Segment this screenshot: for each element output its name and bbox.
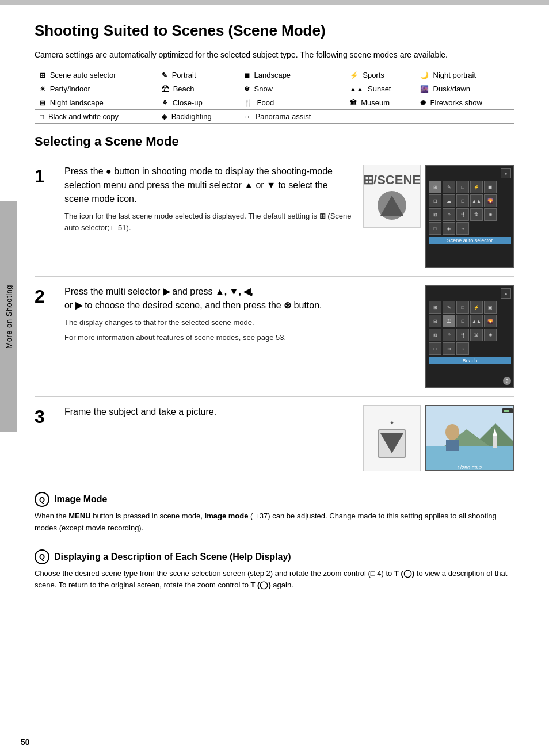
cell-label: Night portrait [433, 71, 476, 79]
menu-cell: ⊞ [429, 301, 441, 314]
step-1-menu-label: Scene auto selector [429, 237, 511, 244]
table-cell: 🌆 Dusk/dawn [415, 82, 514, 96]
menu-cell: ⛱ [443, 315, 455, 327]
landscape-icon: ◼ [244, 71, 250, 79]
menu-cell: ✎ [443, 181, 455, 193]
note-1-body: When the MENU button is pressed in scene… [35, 510, 514, 534]
page-title: Shooting Suited to Scenes (Scene Mode) [35, 22, 514, 40]
header-bar [0, 0, 549, 5]
up-arrow-icon [380, 196, 403, 216]
menu-row-4b: □ ⊛ ↔ [429, 342, 511, 355]
step-1-arrow-image: ⊞/SCENE [363, 165, 421, 228]
step-1-number: 1 [35, 165, 55, 268]
menu-cell: ▲▲ [470, 194, 483, 207]
note-1-icon: Q [35, 492, 49, 507]
step-1-camera-menu: ● ⊞ ✎ □ ⚡ ▣ ⊟ ☁ ⊡ ▲▲ 🌄 [425, 165, 514, 268]
step-2-note1: The display changes to that for the sele… [64, 317, 416, 329]
step-2-title: Press the multi selector ▶ and press ▲, … [64, 285, 416, 312]
cell-label: Snow [254, 85, 273, 93]
menu-cell: ◈ [443, 222, 455, 235]
table-cell: ✺ Fireworks show [415, 96, 514, 110]
night-landscape-icon: ⊟ [40, 99, 45, 107]
table-cell: 🏛 Museum [345, 96, 415, 110]
table-cell: ✳ Party/indoor [35, 82, 157, 96]
menu-cell: 🌄 [484, 194, 497, 207]
beach-icon: ⛱ [162, 85, 169, 93]
cell-label: Portrait [172, 71, 196, 79]
menu-cell: □ [456, 301, 469, 314]
menu-cell: ⊠ [429, 208, 441, 221]
table-cell [345, 110, 415, 124]
table-row: ✳ Party/indoor ⛱ Beach ❄ Snow ▲▲ Sunset … [35, 82, 514, 96]
menu-cell: ⚘ [443, 329, 455, 341]
cell-label: Beach [173, 85, 195, 93]
portrait-icon: ✎ [162, 71, 167, 79]
cell-label: Black and white copy [48, 112, 119, 121]
step-1-note: The icon for the last scene mode selecte… [64, 211, 354, 233]
step-3-container: 3 Frame the subject and take a picture. … [35, 396, 514, 479]
table-row: ⊞ Scene auto selector ✎ Portrait ◼ Lands… [35, 68, 514, 82]
note-2-section: Q Displaying a Description of Each Scene… [35, 544, 514, 592]
step-1-images: ⊞/SCENE ● ⊞ ✎ □ ⚡ [363, 165, 514, 268]
cell-label: Museum [361, 98, 390, 107]
closeup-icon: ⚘ [162, 99, 168, 107]
arrow-up-label: ▲ [244, 180, 253, 190]
menu-row-3b: ⊠ ⚘ 🍴 🏛 ✺ [429, 329, 511, 341]
table-cell: ◈ Backlighting [157, 110, 239, 124]
menu-cell: ↔ [456, 342, 469, 355]
menu-row-1b: ⊞ ✎ □ ⚡ ▣ [429, 301, 511, 314]
panorama-icon: ↔ [244, 113, 251, 121]
step-2-or: or [64, 300, 73, 310]
note-2-title: Displaying a Description of Each Scene (… [54, 552, 291, 562]
table-cell: 🌙 Night portrait [415, 68, 514, 82]
menu-row-4: □ ◈ ↔ [429, 222, 511, 235]
note-1-header: Q Image Mode [35, 492, 514, 507]
table-cell: ▲▲ Sunset [345, 82, 415, 96]
dusk-icon: 🌆 [420, 85, 429, 93]
cell-label: Sunset [368, 85, 391, 93]
note-1-title: Image Mode [54, 494, 107, 505]
step-1-content: Press the ● button in shooting mode to d… [64, 165, 354, 268]
sports-icon: ⚡ [350, 71, 359, 79]
menu-row-2b: ⊟ ⛱ ⊡ ▲▲ 🌄 [429, 315, 511, 327]
menu-cell: ✎ [443, 301, 455, 314]
step-3-title: Frame the subject and take a picture. [64, 405, 354, 419]
step-2-menu-label: Beach [429, 357, 511, 364]
menu-row-1: ⊞ ✎ □ ⚡ ▣ [429, 181, 511, 193]
menu-cell: ⊞ [429, 181, 441, 193]
scene-svg: 1/250 F3.2 [426, 406, 514, 471]
cell-label: Party/indoor [50, 85, 90, 93]
main-content: Shooting Suited to Scenes (Scene Mode) C… [0, 5, 549, 603]
menu-cell: ⊛ [443, 342, 455, 355]
step-2-images: ● ⊞ ✎ □ ⚡ ▣ ⊟ ⛱ ⊡ ▲▲ 🌄 [425, 285, 514, 388]
camera-mode-icon2: ● [501, 288, 511, 299]
table-cell: ⚡ Sports [345, 68, 415, 82]
step-3-number: 3 [35, 405, 55, 471]
cell-label: Close-up [173, 98, 203, 107]
step-2-container: 2 Press the multi selector ▶ and press ▲… [35, 276, 514, 396]
page-container: More on Shooting Shooting Suited to Scen… [0, 0, 549, 756]
table-cell: ↔ Panorama assist [239, 110, 345, 124]
cell-label: Backlighting [171, 112, 212, 121]
table-cell: ❄ Snow [239, 82, 345, 96]
down-arrow-icon [380, 433, 403, 453]
section-heading: Selecting a Scene Mode [35, 134, 514, 149]
table-cell: □ Black and white copy [35, 110, 157, 124]
food-icon: 🍴 [244, 99, 253, 107]
step-3-images: ● [363, 405, 514, 471]
step-2-number: 2 [35, 285, 55, 388]
menu-cell: 🌄 [484, 315, 497, 327]
menu-cell: 🍴 [456, 208, 469, 221]
table-cell: ⊞ Scene auto selector [35, 68, 157, 82]
table-cell: ⚘ Close-up [157, 96, 239, 110]
menu-cell: ▣ [484, 181, 497, 193]
menu-cell: □ [429, 342, 441, 355]
step-1-container: 1 Press the ● button in shooting mode to… [35, 156, 514, 276]
party-icon: ✳ [40, 85, 45, 93]
table-cell: ◼ Landscape [239, 68, 345, 82]
svg-point-6 [445, 424, 459, 440]
table-cell: ⊟ Night landscape [35, 96, 157, 110]
menu-cell: ▲▲ [470, 315, 483, 327]
menu-cell: □ [429, 222, 441, 235]
table-cell: ✎ Portrait [157, 68, 239, 82]
